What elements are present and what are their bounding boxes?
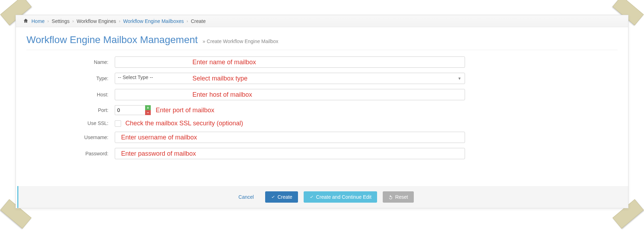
label-type: Type:	[26, 76, 115, 81]
form-area: Workflow Engine Mailbox Management » Cre…	[16, 27, 628, 159]
annotation-ssl: Check the mailbox SSL security (optional…	[125, 120, 243, 127]
page-title: Workflow Engine Mailbox Management » Cre…	[26, 34, 618, 46]
create-continue-button[interactable]: Create and Continue Edit	[304, 191, 377, 203]
username-input[interactable]	[115, 132, 465, 143]
cancel-button[interactable]: Cancel	[233, 191, 260, 203]
label-port: Port:	[26, 107, 115, 113]
port-spinner: + −	[145, 105, 151, 115]
breadcrumb-create: Create	[191, 18, 205, 24]
label-ssl: Use SSL:	[26, 120, 115, 126]
breadcrumb-settings: Settings	[52, 18, 70, 24]
port-decrement-button[interactable]: −	[145, 110, 151, 115]
page-card: Home › Settings › Workflow Engines › Wor…	[16, 15, 628, 208]
chevron-right-icon: ›	[119, 19, 120, 24]
label-host: Host:	[26, 92, 115, 97]
chevron-right-icon: ›	[72, 19, 74, 24]
port-increment-button[interactable]: +	[145, 105, 151, 110]
chevron-right-icon: ›	[186, 19, 188, 24]
action-bar: Cancel Create Create and Continue Edit R…	[17, 186, 628, 208]
label-name: Name:	[26, 59, 115, 65]
label-password: Password:	[26, 151, 115, 156]
undo-icon	[388, 195, 393, 199]
create-button[interactable]: Create	[265, 191, 298, 203]
type-select[interactable]: -- Select Type --	[115, 73, 465, 84]
page-subtitle: » Create Workflow Engine Mailbox	[203, 38, 279, 44]
password-input[interactable]	[115, 148, 465, 159]
port-input[interactable]	[115, 105, 145, 115]
home-icon	[23, 18, 29, 24]
check-icon	[309, 195, 314, 199]
breadcrumb: Home › Settings › Workflow Engines › Wor…	[16, 15, 628, 27]
breadcrumb-home[interactable]: Home	[31, 18, 44, 24]
name-input[interactable]	[115, 56, 465, 68]
breadcrumb-engines: Workflow Engines	[77, 18, 116, 24]
reset-button[interactable]: Reset	[383, 191, 414, 203]
check-icon	[271, 195, 275, 199]
chevron-right-icon: ›	[47, 19, 49, 24]
label-username: Username:	[26, 135, 115, 140]
divider	[26, 50, 618, 50]
breadcrumb-mailboxes[interactable]: Workflow Engine Mailboxes	[123, 18, 184, 24]
ssl-checkbox[interactable]	[115, 120, 121, 127]
host-input[interactable]	[115, 89, 465, 100]
